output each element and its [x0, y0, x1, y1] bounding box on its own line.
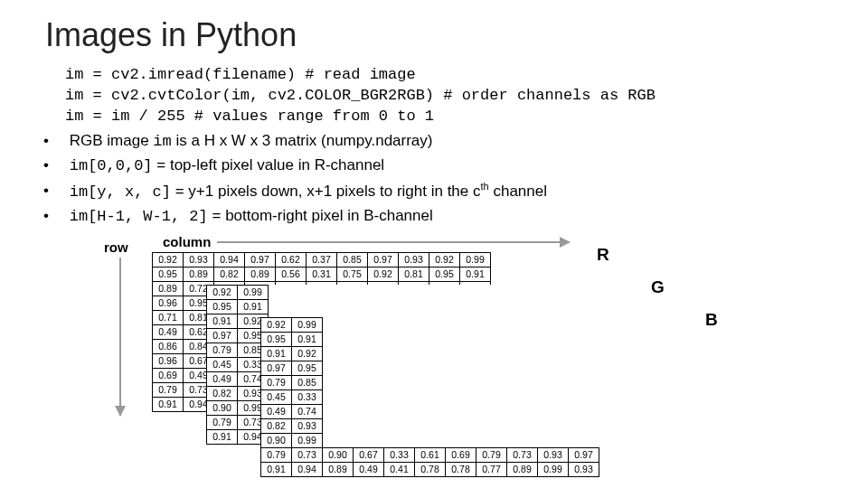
- matrix-cell: 0.89: [507, 462, 538, 476]
- matrix-cell: 0.96: [153, 353, 184, 368]
- matrix-cell: 0.67: [354, 447, 384, 462]
- matrix-cell: 0.93: [184, 252, 214, 267]
- bullet-2: im[0,0,0] = top-left pixel value in R-ch…: [65, 154, 868, 178]
- matrix-cell: 0.33: [292, 389, 323, 404]
- matrix-cell: 0.95: [261, 332, 292, 346]
- matrix-cell: 0.73: [507, 447, 538, 462]
- matrix-cell: 0.78: [446, 462, 476, 476]
- matrix-cell: 0.95: [207, 299, 238, 314]
- matrix-cell: 0.89: [245, 267, 276, 281]
- code-line-1: im = cv2.imread(filename) # read image: [65, 65, 868, 86]
- matrix-cell: 0.94: [292, 462, 323, 476]
- matrix-cell: 0.94: [214, 252, 245, 267]
- g-label: G: [651, 277, 665, 297]
- matrix-cell: 0.97: [207, 328, 238, 343]
- matrix-cell: 0.91: [153, 397, 184, 411]
- matrix-cell: 0.92: [292, 346, 323, 361]
- matrix-cell: 0.90: [261, 433, 292, 447]
- matrix-cell: 0.61: [415, 447, 446, 462]
- matrix-cell: 0.37: [307, 252, 337, 267]
- matrix-cell: 0.75: [337, 267, 368, 281]
- matrix-cell: 0.33: [384, 447, 415, 462]
- matrix-cell: 0.91: [207, 314, 238, 328]
- page-title: Images in Python: [0, 0, 868, 65]
- code-line-2: im = cv2.cvtColor(im, cv2.COLOR_BGR2RGB)…: [65, 86, 868, 107]
- matrix-cell: 0.79: [476, 447, 507, 462]
- matrix-cell: 0.45: [261, 389, 292, 404]
- code: im: [153, 133, 171, 150]
- matrix-cell: 0.73: [292, 447, 323, 462]
- matrix-cell: 0.99: [538, 462, 569, 476]
- bullet-1: RGB image im is a H x W x 3 matrix (nump…: [65, 129, 868, 154]
- text: = y+1 pixels down, x+1 pixels to right i…: [171, 182, 481, 199]
- matrix-cell: 0.69: [153, 368, 184, 382]
- matrix-cell: 0.82: [207, 386, 238, 400]
- matrix-cell: 0.99: [292, 317, 323, 332]
- bullet-4: im[H-1, W-1, 2] = bottom-right pixel in …: [65, 204, 868, 229]
- bullet-list: RGB image im is a H x W x 3 matrix (nump…: [0, 129, 868, 229]
- matrix-b: 0.920.990.950.910.910.920.970.950.790.85…: [260, 317, 599, 477]
- matrix-cell: 0.45: [207, 357, 238, 371]
- matrix-cell: 0.92: [368, 267, 399, 281]
- matrix-cell: 0.93: [538, 447, 569, 462]
- row-arrow-icon: [119, 258, 121, 416]
- column-arrow-icon: [217, 241, 570, 243]
- matrix-cell: 0.49: [261, 404, 292, 418]
- matrix-cell: 0.79: [153, 382, 184, 397]
- matrix-cell: 0.90: [323, 447, 354, 462]
- matrix-cell: 0.85: [337, 252, 368, 267]
- code: im[H-1, W-1, 2]: [70, 208, 208, 225]
- column-label: column: [163, 234, 211, 249]
- code: im[y, x, c]: [70, 183, 171, 200]
- matrix-cell: 0.86: [153, 339, 184, 353]
- text: is a H x W x 3 matrix (numpy.ndarray): [172, 132, 433, 149]
- matrix-cell: 0.91: [460, 267, 491, 281]
- superscript: th: [481, 181, 489, 192]
- matrix-cell: 0.99: [238, 285, 269, 299]
- matrix-cell: 0.91: [261, 462, 292, 476]
- matrix-cell: 0.95: [429, 267, 460, 281]
- matrix-cell: 0.91: [292, 332, 323, 346]
- matrix-cell: 0.49: [354, 462, 384, 476]
- matrix-cell: 0.74: [292, 404, 323, 418]
- matrix-cell: 0.89: [323, 462, 354, 476]
- b-label: B: [705, 310, 718, 330]
- matrix-cell: 0.91: [261, 346, 292, 361]
- matrix-cell: 0.79: [207, 415, 238, 429]
- code: im[0,0,0]: [70, 157, 153, 174]
- matrix-cell: 0.79: [207, 343, 238, 357]
- matrix-cell: 0.97: [569, 447, 599, 462]
- matrix-cell: 0.82: [261, 418, 292, 433]
- matrix-cell: 0.99: [460, 252, 491, 267]
- text: channel: [489, 182, 547, 199]
- matrix-cell: 0.99: [292, 433, 323, 447]
- matrix-cell: 0.93: [569, 462, 599, 476]
- matrix-cell: 0.79: [261, 375, 292, 389]
- matrix-cell: 0.92: [153, 252, 184, 267]
- matrix-cell: 0.89: [184, 267, 214, 281]
- matrix-cell: 0.79: [261, 447, 292, 462]
- matrix-cell: 0.89: [153, 281, 184, 296]
- matrix-diagram: row column 0.920.930.940.970.620.370.850…: [108, 238, 868, 473]
- matrix-cell: 0.77: [476, 462, 507, 476]
- matrix-cell: 0.92: [261, 317, 292, 332]
- text: = top-left pixel value in R-channel: [153, 156, 385, 174]
- matrix-cell: 0.90: [207, 400, 238, 415]
- matrix-cell: 0.95: [292, 361, 323, 375]
- row-label: row: [104, 239, 128, 255]
- matrix-cell: 0.41: [384, 462, 415, 476]
- matrix-cell: 0.56: [276, 267, 307, 281]
- matrix-cell: 0.93: [292, 418, 323, 433]
- matrix-cell: 0.81: [399, 267, 429, 281]
- matrix-cell: 0.82: [214, 267, 245, 281]
- matrix-cell: 0.93: [399, 252, 429, 267]
- matrix-cell: 0.49: [153, 324, 184, 339]
- matrix-cell: 0.69: [446, 447, 476, 462]
- matrix-cell: 0.97: [261, 361, 292, 375]
- matrix-cell: 0.92: [207, 285, 238, 299]
- text: = bottom-right pixel in B-channel: [208, 207, 433, 224]
- text: RGB image: [70, 132, 154, 149]
- matrix-cell: 0.97: [245, 252, 276, 267]
- matrix-cell: 0.91: [238, 299, 269, 314]
- code-block: im = cv2.imread(filename) # read image i…: [0, 65, 868, 127]
